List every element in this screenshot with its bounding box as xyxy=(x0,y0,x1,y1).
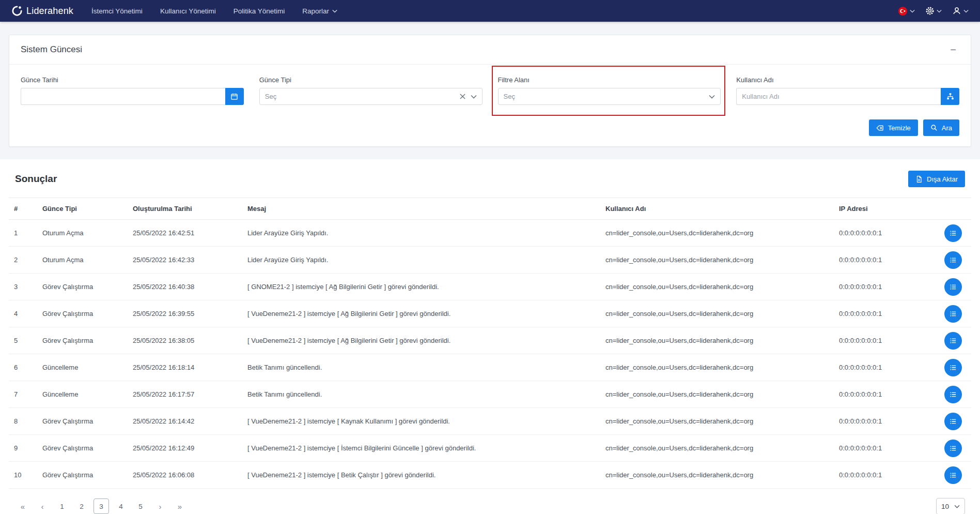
first-page-button[interactable]: « xyxy=(15,498,30,514)
nav-item-istemci-yonetimi[interactable]: İstemci Yönetimi xyxy=(83,0,151,22)
cell-log-type: Görev Çalıştırma xyxy=(37,300,128,327)
page-button-4[interactable]: 4 xyxy=(113,498,129,514)
log-table: #Günce TipiOluşturulma TarihiMesajKullan… xyxy=(9,198,971,489)
cell-created-date: 25/05/2022 16:39:55 xyxy=(128,300,242,327)
results-section: Sonuçlar Dışa Aktar #Günce TipiOluşturul… xyxy=(0,159,980,514)
brand-text: Liderahenk xyxy=(26,6,73,17)
prev-page-button[interactable]: ‹ xyxy=(35,498,50,514)
column-header: # xyxy=(9,198,37,220)
cell-ip-address: 0:0:0:0:0:0:0:1 xyxy=(834,220,935,247)
navbar: Liderahenk İstemci Yönetimi Kullanıcı Yö… xyxy=(0,0,980,22)
nav-item-label: Kullanıcı Yönetimi xyxy=(160,7,216,15)
chevron-down-icon xyxy=(471,95,477,99)
page-button-5[interactable]: 5 xyxy=(133,498,148,514)
user-menu[interactable] xyxy=(952,6,969,16)
cell-ip-address: 0:0:0:0:0:0:0:1 xyxy=(834,327,935,354)
list-icon xyxy=(949,364,957,372)
cell-username: cn=lider_console,ou=Users,dc=liderahenk,… xyxy=(600,220,834,247)
row-detail-button[interactable] xyxy=(944,251,962,269)
row-detail-button[interactable] xyxy=(944,386,962,403)
page-button-3[interactable]: 3 xyxy=(94,498,109,514)
card-title: Sistem Güncesi xyxy=(21,44,82,55)
backspace-icon xyxy=(876,124,884,132)
cell-log-type: Oturum Açma xyxy=(37,247,128,274)
cell-created-date: 25/05/2022 16:17:57 xyxy=(128,381,242,408)
collapse-card-button[interactable]: − xyxy=(947,43,959,56)
table-header-row: #Günce TipiOluşturulma TarihiMesajKullan… xyxy=(9,198,971,220)
cell-log-type: Görev Çalıştırma xyxy=(37,408,128,435)
column-header: IP Adresi xyxy=(834,198,935,220)
list-icon xyxy=(949,417,957,426)
chevron-down-icon xyxy=(332,9,337,13)
cell-username: cn=lider_console,ou=Users,dc=liderahenk,… xyxy=(600,462,834,489)
log-type-select-value: Seç xyxy=(265,93,456,100)
system-log-card: Sistem Güncesi − Günce Tarihi Günce Tipi xyxy=(9,35,971,147)
pagination-row: «‹12345›» 10 xyxy=(9,489,971,514)
search-icon xyxy=(930,124,938,131)
row-detail-button[interactable] xyxy=(944,278,962,296)
chevron-down-icon xyxy=(937,9,942,13)
nav-item-label: İstemci Yönetimi xyxy=(91,7,143,15)
clear-button[interactable]: Temizle xyxy=(869,119,918,136)
nav-item-label: Politika Yönetimi xyxy=(234,7,285,15)
pagination: «‹12345›» xyxy=(15,498,188,514)
chevron-down-icon xyxy=(709,95,715,99)
filter-field-label: Filtre Alanı xyxy=(498,76,721,84)
user-browse-button[interactable] xyxy=(941,88,959,105)
filter-field-select[interactable]: Seç xyxy=(498,88,721,105)
user-icon xyxy=(952,6,961,16)
nav-item-raporlar[interactable]: Raporlar xyxy=(293,0,346,22)
row-detail-button[interactable] xyxy=(944,224,962,242)
chevron-down-icon xyxy=(954,505,960,508)
row-detail-button[interactable] xyxy=(944,332,962,350)
cell-message: [ VueDeneme21-2 ] istemciye [ Ağ Bilgile… xyxy=(242,300,600,327)
list-icon xyxy=(949,229,957,237)
row-detail-button[interactable] xyxy=(944,305,962,323)
cell-created-date: 25/05/2022 16:40:38 xyxy=(128,274,242,300)
calendar-button[interactable] xyxy=(225,88,244,105)
cell-username: cn=lider_console,ou=Users,dc=liderahenk,… xyxy=(600,327,834,354)
page-size-select[interactable]: 10 xyxy=(936,498,965,514)
row-detail-button[interactable] xyxy=(944,413,962,430)
brand[interactable]: Liderahenk xyxy=(11,5,73,17)
cell-username: cn=lider_console,ou=Users,dc=liderahenk,… xyxy=(600,435,834,462)
row-detail-button[interactable] xyxy=(944,359,962,376)
cell-username: cn=lider_console,ou=Users,dc=liderahenk,… xyxy=(600,354,834,381)
column-header-actions xyxy=(935,198,971,220)
row-detail-button[interactable] xyxy=(944,466,962,484)
cell-created-date: 25/05/2022 16:12:49 xyxy=(128,435,242,462)
clear-icon[interactable] xyxy=(460,94,465,99)
cell-message: [ VueDeneme21-2 ] istemciye [ İstemci Bi… xyxy=(242,435,600,462)
nav-item-politika-yonetimi[interactable]: Politika Yönetimi xyxy=(225,0,294,22)
language-menu[interactable] xyxy=(898,6,915,16)
cell-message: [ GNOME21-2 ] istemciye [ Ağ Bilgilerini… xyxy=(242,274,600,300)
table-row: 2 Oturum Açma 25/05/2022 16:42:33 Lider … xyxy=(9,247,971,274)
clear-button-label: Temizle xyxy=(888,124,911,132)
search-button[interactable]: Ara xyxy=(923,119,959,136)
card-body: Günce Tarihi Günce Tipi Seç xyxy=(9,65,971,146)
column-header: Kullanıcı Adı xyxy=(600,198,834,220)
chevron-down-icon xyxy=(963,9,969,13)
cell-created-date: 25/05/2022 16:42:51 xyxy=(128,220,242,247)
export-button[interactable]: Dışa Aktar xyxy=(908,171,965,187)
turkish-flag-icon xyxy=(898,6,908,16)
page-button-2[interactable]: 2 xyxy=(74,498,89,514)
cell-message: Betik Tanımı güncellendi. xyxy=(242,354,600,381)
filter-field-field: Filtre Alanı Seç xyxy=(498,76,721,105)
log-date-input[interactable] xyxy=(21,88,225,105)
sitemap-icon xyxy=(946,93,954,100)
next-page-button[interactable]: › xyxy=(152,498,168,514)
export-button-label: Dışa Aktar xyxy=(927,175,958,183)
cell-username: cn=lider_console,ou=Users,dc=liderahenk,… xyxy=(600,381,834,408)
settings-menu[interactable] xyxy=(925,6,942,16)
cell-index: 9 xyxy=(9,435,37,462)
last-page-button[interactable]: » xyxy=(172,498,188,514)
nav-item-label: Raporlar xyxy=(302,7,329,15)
row-detail-button[interactable] xyxy=(944,440,962,457)
page-button-1[interactable]: 1 xyxy=(54,498,70,514)
username-input[interactable] xyxy=(736,88,941,105)
cell-log-type: Güncelleme xyxy=(37,381,128,408)
nav-item-kullanici-yonetimi[interactable]: Kullanıcı Yönetimi xyxy=(151,0,225,22)
table-row: 1 Oturum Açma 25/05/2022 16:42:51 Lider … xyxy=(9,220,971,247)
log-type-select[interactable]: Seç xyxy=(259,88,483,105)
